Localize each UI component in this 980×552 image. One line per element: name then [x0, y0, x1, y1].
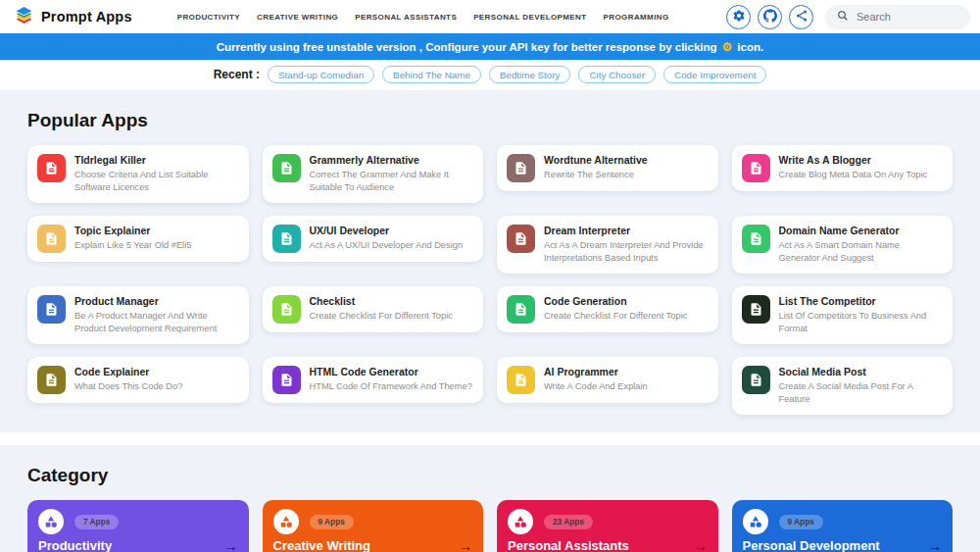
app-title: Grammerly Alternative: [310, 154, 474, 166]
app-desc: Write A Code And Explain: [544, 380, 648, 393]
brand-logo[interactable]: Prompt Apps: [14, 5, 132, 29]
banner-text-before: Currently using free unstable version , …: [217, 41, 717, 53]
nav-item[interactable]: PRODUCTIVITY: [177, 13, 240, 22]
app-title: Write As A Blogger: [779, 154, 928, 166]
document-icon: [742, 295, 770, 324]
api-key-banner: Currently using free unstable version , …: [0, 33, 980, 60]
app-desc: Act As A UX/UI Developer And Design: [310, 239, 464, 252]
nav-item[interactable]: PERSONAL ASSISTANTS: [355, 13, 457, 22]
document-icon: [742, 154, 770, 182]
nav: PRODUCTIVITYCREATIVE WRITINGPERSONAL ASS…: [177, 13, 669, 22]
app-title: Domain Name Generator: [779, 225, 944, 236]
app-desc: Act As A Smart Domain Name Generator And…: [779, 239, 944, 265]
app-card[interactable]: Tldrlegal Killer Choose Criteria And Lis…: [27, 145, 249, 203]
document-icon: [272, 225, 301, 253]
app-card[interactable]: HTML Code Generator HTML Code Of Framewo…: [263, 357, 484, 403]
app-desc: Explain Like 5 Year Old #Eli5: [74, 239, 191, 252]
app-card[interactable]: Code Explainer What Does This Code Do?: [27, 357, 249, 403]
arrow-right-icon[interactable]: →: [694, 539, 708, 552]
recent-chip[interactable]: Stand-up Comedian: [268, 66, 374, 83]
nav-item[interactable]: CREATIVE WRITING: [257, 13, 338, 22]
category-icon: [508, 509, 533, 534]
app-title: UX/UI Developer: [310, 225, 464, 236]
app-desc: Choose Criteria And List Suitable Softwa…: [74, 169, 239, 194]
app-title: Checklist: [310, 295, 453, 307]
apps-count-badge: 9 Apps: [310, 515, 354, 529]
app-desc: List Of Competitors To Business And Form…: [779, 310, 944, 335]
app-title: Code Explainer: [74, 366, 182, 377]
recent-chip[interactable]: City Chooser: [578, 66, 656, 83]
recent-chip[interactable]: Code Improvement: [663, 66, 766, 83]
category-name: Productivity: [38, 538, 112, 552]
document-icon: [507, 295, 535, 324]
app-title: HTML Code Generator: [310, 366, 472, 377]
app-card[interactable]: Social Media Post Create A Social Media …: [732, 357, 954, 415]
app-title: AI Programmer: [544, 366, 648, 377]
app-card[interactable]: Grammerly Alternative Correct The Gramme…: [263, 145, 484, 203]
gear-icon[interactable]: ⚙: [722, 40, 733, 54]
document-icon: [37, 225, 66, 253]
app-desc: Act As A Dream Interpreter And Provide I…: [544, 239, 709, 265]
document-icon: [507, 366, 535, 394]
app-card[interactable]: UX/UI Developer Act As A UX/UI Developer…: [263, 216, 484, 262]
app-desc: Rewrite The Sentence: [544, 169, 648, 181]
search-icon: [837, 8, 849, 25]
app-title: Dream Interpreter: [544, 225, 709, 236]
category-card[interactable]: 23 Apps Personal Assistants → Features P…: [497, 500, 718, 552]
header-actions: [726, 5, 970, 29]
category-name: Personal Assistants: [508, 538, 629, 552]
document-icon: [507, 225, 535, 253]
category-grid: 7 Apps Productivity → Improve your produ…: [27, 500, 953, 552]
recent-chips: Stand-up ComedianBehind The NameBedtime …: [268, 66, 766, 83]
app-card[interactable]: Checklist Create Checklist For Different…: [263, 286, 484, 332]
category-icon: [273, 509, 299, 534]
search-box[interactable]: [825, 5, 970, 29]
arrow-right-icon[interactable]: →: [224, 539, 238, 552]
app-title: Tldrlegal Killer: [74, 154, 239, 166]
layers-icon: [14, 5, 34, 29]
app-desc: Correct The Grammer And Make It Suitable…: [310, 169, 474, 194]
document-icon: [742, 225, 770, 253]
github-icon: [763, 9, 777, 25]
app-card[interactable]: List The Competitor List Of Competitors …: [732, 286, 954, 344]
app-card[interactable]: Domain Name Generator Act As A Smart Dom…: [732, 216, 954, 274]
recent-chip[interactable]: Bedtime Story: [489, 66, 571, 83]
recent-chip[interactable]: Behind The Name: [382, 66, 481, 83]
document-icon: [272, 366, 301, 394]
app-card[interactable]: Wordtune Alternative Rewrite The Sentenc…: [497, 145, 718, 191]
app-card[interactable]: Product Manager Be A Product Manager And…: [27, 286, 249, 344]
app-title: Product Manager: [74, 295, 239, 307]
app-card[interactable]: AI Programmer Write A Code And Explain: [497, 357, 718, 403]
app-desc: HTML Code Of Framework And Theme?: [310, 380, 472, 393]
share-button[interactable]: [789, 5, 813, 29]
nav-item[interactable]: PROGRAMMING: [604, 13, 669, 22]
app-card[interactable]: Dream Interpreter Act As A Dream Interpr…: [497, 216, 718, 274]
nav-item[interactable]: PERSONAL DEVELOPMENT: [473, 13, 586, 22]
category-icon: [38, 509, 64, 534]
app-card[interactable]: Code Generation Create Checklist For Dif…: [497, 286, 718, 332]
app-title: Topic Explainer: [74, 225, 191, 236]
apps-count-badge: 23 Apps: [544, 515, 593, 529]
category-card[interactable]: 7 Apps Productivity → Improve your produ…: [27, 500, 249, 552]
document-icon: [272, 295, 301, 324]
app-desc: Create Blog Meta Data On Any Topic: [779, 169, 928, 181]
arrow-right-icon[interactable]: →: [928, 539, 942, 552]
popular-grid: Tldrlegal Killer Choose Criteria And Lis…: [27, 145, 953, 415]
category-name: Personal Development: [743, 538, 880, 552]
recent-row: Recent : Stand-up ComedianBehind The Nam…: [0, 60, 980, 90]
document-icon: [37, 295, 66, 324]
brand-name: Prompt Apps: [41, 9, 132, 25]
settings-button[interactable]: [726, 5, 751, 29]
search-input[interactable]: [857, 11, 958, 23]
arrow-right-icon[interactable]: →: [459, 539, 472, 552]
share-icon: [795, 9, 808, 25]
category-card[interactable]: 9 Apps Creative Writing → Features Promp…: [263, 500, 484, 552]
document-icon: [272, 154, 301, 182]
apps-count-badge: 7 Apps: [74, 515, 119, 529]
document-icon: [507, 154, 535, 182]
app-card[interactable]: Write As A Blogger Create Blog Meta Data…: [732, 145, 954, 191]
category-icon: [743, 509, 768, 534]
category-card[interactable]: 9 Apps Personal Development → Features P…: [732, 500, 954, 552]
app-card[interactable]: Topic Explainer Explain Like 5 Year Old …: [27, 216, 249, 262]
github-button[interactable]: [758, 5, 782, 29]
